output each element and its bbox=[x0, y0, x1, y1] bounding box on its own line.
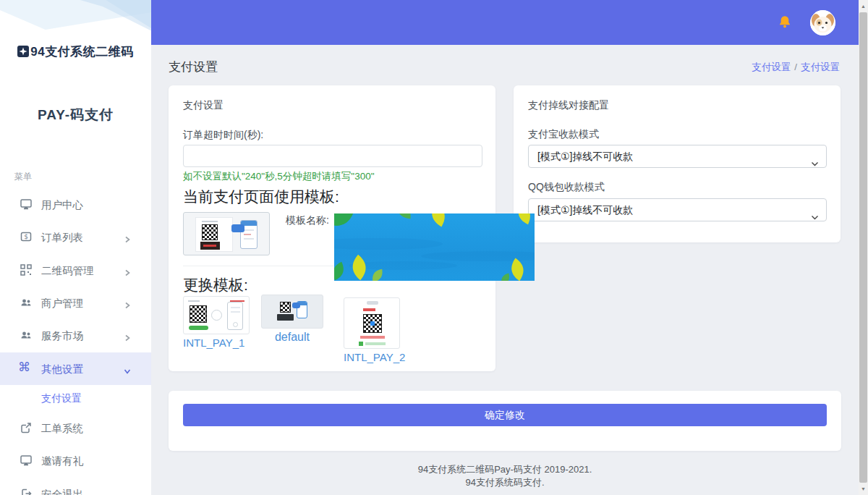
sidebar-item-logout[interactable]: 安全退出 bbox=[0, 478, 151, 495]
footer: 94支付系统二维码Pay-码支付 2019-2021. 94支付系统码支付. bbox=[151, 463, 859, 489]
brand-title: PAY-码支付 bbox=[0, 106, 151, 124]
chevron-right-icon bbox=[124, 299, 131, 306]
breadcrumb: 支付设置/支付设置 bbox=[752, 61, 840, 74]
external-link-icon bbox=[20, 421, 33, 434]
submit-card: 确定修改 bbox=[169, 391, 841, 451]
breadcrumb-parent-link[interactable]: 支付设置 bbox=[752, 62, 791, 72]
timeout-note: 如不设置默认"240"秒,5分钟超时请填写"300" bbox=[183, 170, 374, 183]
qr-code-graphic bbox=[202, 224, 218, 240]
sidebar-item-other-settings[interactable]: ⌘ 其他设置 bbox=[0, 352, 151, 385]
sidebar-item-ticket-system[interactable]: 工单系统 bbox=[0, 412, 151, 444]
template-option-default[interactable]: default bbox=[261, 295, 323, 344]
sidebar-item-qrcode-manage[interactable]: 二维码管理 bbox=[0, 254, 151, 287]
sidebar-item-service-market[interactable]: 服务市场 bbox=[0, 319, 151, 352]
users-icon bbox=[20, 329, 33, 342]
menu-section-label: 菜单 bbox=[14, 171, 32, 183]
template-label: default bbox=[261, 331, 323, 344]
sidebar: 94支付系统二维码 PAY-码支付 菜单 用户中心 $ 订单列表 二维码管理 bbox=[0, 0, 151, 495]
footer-line1: 94支付系统二维码Pay-码支付 2019-2021. bbox=[151, 463, 859, 476]
order-dollar-icon: $ bbox=[20, 230, 33, 243]
timeout-input[interactable] bbox=[183, 145, 482, 167]
monitor-icon bbox=[20, 198, 33, 211]
template-option-intl-pay-2[interactable]: INTL_PAY_2 bbox=[344, 297, 400, 363]
qrcode-icon bbox=[20, 263, 33, 276]
sidebar-item-user-center[interactable]: 用户中心 bbox=[0, 188, 151, 221]
qr-code-graphic bbox=[190, 305, 207, 323]
template-label: INTL_PAY_2 bbox=[344, 351, 400, 363]
logout-icon bbox=[20, 487, 33, 495]
confirm-modify-button[interactable]: 确定修改 bbox=[183, 404, 827, 426]
chevron-right-icon bbox=[124, 266, 131, 274]
timeout-label: 订单超时时间(秒): bbox=[183, 129, 263, 142]
card-heading: 支付掉线对接配置 bbox=[528, 99, 609, 112]
sidebar-decoration bbox=[0, 0, 151, 41]
scrollbar-thumb[interactable] bbox=[859, 12, 867, 483]
template-banner-image bbox=[334, 213, 535, 281]
template-name-label: 模板名称: bbox=[286, 214, 329, 227]
chevron-right-icon bbox=[124, 331, 131, 339]
scroll-down-button[interactable]: ▼ bbox=[859, 483, 868, 495]
monitor-icon bbox=[20, 454, 33, 467]
change-template-heading: 更换模板: bbox=[183, 275, 248, 295]
chevron-right-icon bbox=[124, 233, 131, 240]
scrollbar: ▲ ▼ bbox=[859, 0, 868, 495]
breadcrumb-separator: / bbox=[794, 62, 797, 72]
chevron-down-icon bbox=[124, 365, 131, 372]
logo-star-icon bbox=[17, 46, 29, 61]
current-template-preview bbox=[183, 212, 270, 255]
svg-text:$: $ bbox=[24, 233, 28, 240]
qq-wallet-mode-label: QQ钱包收款模式 bbox=[528, 181, 605, 194]
breadcrumb-current-link[interactable]: 支付设置 bbox=[801, 62, 840, 72]
template-option-intl-pay-1[interactable]: INTL_PAY_1 bbox=[183, 296, 250, 349]
card-heading: 支付设置 bbox=[183, 99, 224, 112]
template-mockup bbox=[195, 217, 233, 252]
qq-wallet-mode-select[interactable]: [模式①]掉线不可收款 bbox=[528, 198, 827, 221]
topbar bbox=[151, 0, 859, 45]
chevron-down-icon bbox=[811, 207, 819, 215]
sidebar-item-order-list[interactable]: $ 订单列表 bbox=[0, 221, 151, 253]
current-template-heading: 当前支付页面使用模板: bbox=[183, 187, 339, 207]
notification-bell-icon[interactable] bbox=[776, 14, 793, 31]
chat-bubble-graphic bbox=[231, 224, 244, 232]
sidebar-item-invite-reward[interactable]: 邀请有礼 bbox=[0, 444, 151, 477]
sidebar-subitem-payment-settings[interactable]: 支付设置 bbox=[0, 388, 151, 410]
app-logo[interactable]: 94支付系统二维码 bbox=[0, 43, 151, 61]
logo-text: 94支付系统二维码 bbox=[30, 45, 133, 59]
command-icon: ⌘ bbox=[18, 360, 30, 374]
offline-config-card: 支付掉线对接配置 支付宝收款模式 [模式①]掉线不可收款 QQ钱包收款模式 [模… bbox=[514, 85, 841, 242]
alipay-mode-select[interactable]: [模式①]掉线不可收款 bbox=[528, 145, 827, 168]
alipay-mode-label: 支付宝收款模式 bbox=[528, 128, 599, 141]
sidebar-item-merchant-manage[interactable]: 商户管理 bbox=[0, 287, 151, 319]
scroll-up-button[interactable]: ▲ bbox=[859, 0, 868, 12]
users-icon bbox=[20, 296, 33, 309]
qr-code-graphic bbox=[280, 302, 291, 313]
template-label: INTL_PAY_1 bbox=[183, 337, 250, 349]
page-title: 支付设置 bbox=[169, 59, 218, 75]
footer-line2: 94支付系统码支付. bbox=[151, 476, 859, 489]
user-avatar[interactable] bbox=[810, 10, 835, 35]
chevron-down-icon bbox=[811, 153, 819, 161]
